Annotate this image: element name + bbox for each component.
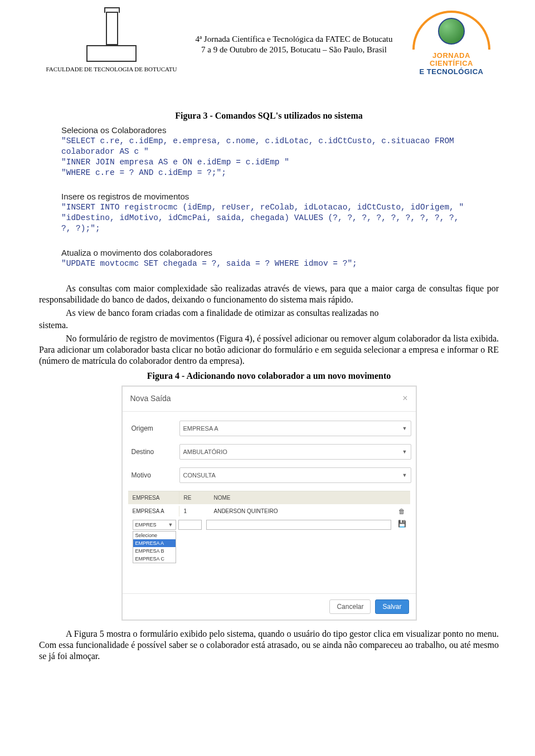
sql-block-2: Insere os registros de movimentos "INSER… (61, 192, 471, 234)
page-header: FACULDADE DE TECNOLOGIA DE BOTUCATU 4ª J… (39, 11, 499, 94)
sql-block-3: Atualiza o movimento dos colaboradores "… (61, 248, 471, 269)
col-re: RE (179, 491, 210, 504)
header-right: JORNADA CIENTÍFICA E TECNOLÓGICA (404, 11, 499, 76)
select-destino-value: AMBULATÓRIO (183, 448, 227, 455)
form-row-destino: Destino AMBULATÓRIO ▼ (132, 444, 411, 460)
dropdown-option[interactable]: EMPRESA B (133, 547, 176, 555)
jornacitec-line1: JORNADA (432, 51, 470, 60)
header-title-line2: 7 a 9 de Outubro de 2015, Botucatu – São… (189, 45, 398, 55)
trash-icon[interactable] (398, 509, 405, 515)
modal-footer: Cancelar Salvar (123, 593, 416, 620)
form-row-motivo: Motivo CONSULTA ▼ (132, 467, 411, 483)
dropdown-option[interactable]: EMPRESA C (133, 555, 176, 563)
col-empresa: EMPRESA (128, 491, 179, 504)
figure3-caption: Figura 3 - Comandos SQL's utilizados no … (39, 111, 499, 121)
fatec-logo-caption: FACULDADE DE TECNOLOGIA DE BOTUCATU (39, 66, 184, 72)
paragraph-3: No formulário de registro de movimentos … (39, 333, 499, 367)
edit-input-nome[interactable] (206, 520, 391, 530)
cell-empresa: EMPRESA A (128, 506, 179, 516)
globe-icon (438, 18, 465, 45)
select-motivo-value: CONSULTA (183, 472, 216, 479)
paragraph-4: A Figura 5 mostra o formulário exibido p… (39, 628, 499, 662)
jornacitec-line3: E TECNOLÓGICA (420, 67, 484, 76)
select-destino[interactable]: AMBULATÓRIO ▼ (179, 444, 411, 460)
label-motivo: Motivo (132, 471, 179, 479)
header-center: 4ª Jornada Científica e Tecnológica da F… (189, 34, 398, 55)
edit-input-re[interactable] (178, 520, 202, 530)
modal-title: Nova Saída (130, 394, 171, 403)
paragraph-1: As consultas com maior complexidade são … (39, 283, 499, 305)
chevron-down-icon: ▼ (402, 472, 407, 478)
label-destino: Destino (132, 448, 179, 456)
sql-block-1-title: Seleciona os Colaboradores (61, 125, 471, 135)
modal-titlebar: Nova Saída × (123, 387, 416, 412)
select-origem-value: EMPRESA A (183, 425, 218, 432)
header-left: FACULDADE DE TECNOLOGIA DE BOTUCATU (39, 11, 184, 72)
sql-block-3-title: Atualiza o movimento dos colaboradores (61, 248, 471, 257)
grid-header: EMPRESA RE NOME (128, 491, 410, 504)
select-origem[interactable]: EMPRESA A ▼ (179, 421, 411, 436)
modal-nova-saida: Nova Saída × Origem EMPRESA A ▼ Destino … (121, 386, 417, 621)
table-row: EMPRESA A 1 ANDERSON QUINTEIRO (128, 504, 410, 519)
form-row-origem: Origem EMPRESA A ▼ (132, 421, 411, 436)
sql-block-2-code: "INSERT INTO registrocmc (idEmp, reUser,… (61, 202, 471, 234)
table-row-edit: EMPRES ▼ (128, 519, 410, 531)
sql-block-3-code: "UPDATE movtocmc SET chegada = ?, saida … (61, 258, 471, 269)
sql-block-1: Seleciona os Colaboradores "SELECT c.re,… (61, 125, 471, 178)
chevron-down-icon: ▼ (402, 426, 407, 431)
cancel-button[interactable]: Cancelar (329, 599, 371, 614)
figure4-caption: Figura 4 - Adicionando novo colaborador … (39, 371, 499, 381)
chevron-down-icon: ▼ (402, 449, 407, 455)
col-actions (393, 491, 410, 504)
jornacitec-logo (412, 11, 490, 50)
save-button[interactable]: Salvar (375, 599, 408, 614)
fatec-logo (81, 11, 142, 64)
grid: EMPRESA RE NOME EMPRESA A 1 ANDERSON QUI… (128, 491, 410, 563)
cell-nome: ANDERSON QUINTEIRO (210, 506, 393, 516)
cell-re: 1 (179, 506, 210, 516)
dropdown-option[interactable]: Selecione (133, 531, 176, 539)
sql-block-2-title: Insere os registros de movimentos (61, 192, 471, 201)
edit-select-empresa[interactable]: EMPRES ▼ (133, 520, 176, 530)
edit-select-empresa-value: EMPRES (135, 522, 157, 528)
paragraph-2-tail: sistema. (39, 320, 499, 331)
save-row-icon[interactable] (398, 521, 406, 527)
select-motivo[interactable]: CONSULTA ▼ (179, 467, 411, 483)
sql-block-1-code: "SELECT c.re, c.idEmp, e.empresa, c.nome… (61, 136, 471, 178)
header-title-line1: 4ª Jornada Científica e Tecnológica da F… (189, 34, 398, 45)
paragraph-2-lead: As view de banco foram criadas com a fin… (39, 308, 499, 319)
jornacitec-line2: CIENTÍFICA (430, 59, 473, 67)
dropdown-empresa-open[interactable]: Selecione EMPRESA A EMPRESA B EMPRESA C (133, 531, 176, 563)
modal-body: Origem EMPRESA A ▼ Destino AMBULATÓRIO ▼… (123, 412, 416, 565)
dropdown-option-selected[interactable]: EMPRESA A (133, 539, 176, 547)
col-nome: NOME (210, 491, 393, 504)
chevron-down-icon: ▼ (168, 522, 173, 528)
close-icon[interactable]: × (402, 393, 407, 403)
label-origem: Origem (132, 425, 179, 432)
